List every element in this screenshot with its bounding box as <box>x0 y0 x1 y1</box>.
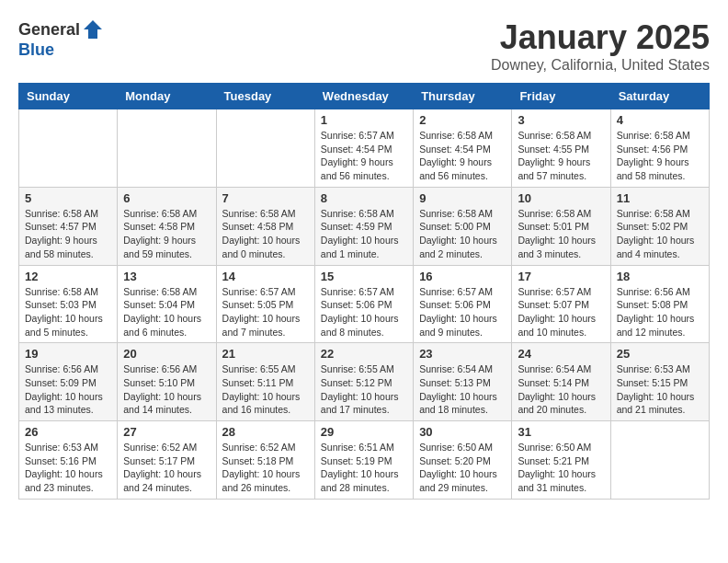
calendar-cell: 10Sunrise: 6:58 AM Sunset: 5:01 PM Dayli… <box>512 187 610 265</box>
day-number: 26 <box>25 425 111 439</box>
day-info: Sunrise: 6:53 AM Sunset: 5:15 PM Dayligh… <box>617 362 703 417</box>
day-info: Sunrise: 6:58 AM Sunset: 5:04 PM Dayligh… <box>123 285 210 339</box>
day-info: Sunrise: 6:58 AM Sunset: 5:00 PM Dayligh… <box>419 207 506 261</box>
calendar-cell: 16Sunrise: 6:57 AM Sunset: 5:06 PM Dayli… <box>414 265 512 343</box>
calendar-table: SundayMondayTuesdayWednesdayThursdayFrid… <box>18 83 710 500</box>
calendar-cell: 13Sunrise: 6:58 AM Sunset: 5:04 PM Dayli… <box>118 265 216 343</box>
day-number: 17 <box>518 270 604 283</box>
day-info: Sunrise: 6:56 AM Sunset: 5:09 PM Dayligh… <box>25 362 111 417</box>
day-info: Sunrise: 6:57 AM Sunset: 5:06 PM Dayligh… <box>321 285 407 339</box>
calendar-cell <box>19 109 118 188</box>
calendar-week-row: 12Sunrise: 6:58 AM Sunset: 5:03 PM Dayli… <box>19 265 710 343</box>
calendar-cell: 12Sunrise: 6:58 AM Sunset: 5:03 PM Dayli… <box>19 265 118 343</box>
weekday-header-thursday: Thursday <box>414 84 512 109</box>
day-info: Sunrise: 6:58 AM Sunset: 4:58 PM Dayligh… <box>222 207 309 261</box>
calendar-cell: 26Sunrise: 6:53 AM Sunset: 5:16 PM Dayli… <box>19 421 118 500</box>
calendar-cell: 27Sunrise: 6:52 AM Sunset: 5:17 PM Dayli… <box>118 421 216 500</box>
calendar-cell: 18Sunrise: 6:56 AM Sunset: 5:08 PM Dayli… <box>610 265 709 343</box>
day-number: 12 <box>25 270 111 283</box>
day-info: Sunrise: 6:54 AM Sunset: 5:13 PM Dayligh… <box>419 362 506 417</box>
day-info: Sunrise: 6:58 AM Sunset: 5:03 PM Dayligh… <box>25 285 111 339</box>
calendar-cell: 2Sunrise: 6:58 AM Sunset: 4:54 PM Daylig… <box>414 109 512 188</box>
calendar-cell: 1Sunrise: 6:57 AM Sunset: 4:54 PM Daylig… <box>314 109 413 188</box>
calendar-week-row: 5Sunrise: 6:58 AM Sunset: 4:57 PM Daylig… <box>19 187 710 265</box>
day-number: 28 <box>222 425 309 439</box>
day-info: Sunrise: 6:58 AM Sunset: 4:58 PM Dayligh… <box>123 207 210 261</box>
calendar-cell: 9Sunrise: 6:58 AM Sunset: 5:00 PM Daylig… <box>414 187 512 265</box>
day-number: 14 <box>222 270 309 283</box>
day-info: Sunrise: 6:58 AM Sunset: 5:02 PM Dayligh… <box>617 207 703 261</box>
day-number: 1 <box>321 113 407 127</box>
day-number: 20 <box>123 347 210 361</box>
calendar-cell: 30Sunrise: 6:50 AM Sunset: 5:20 PM Dayli… <box>414 421 512 500</box>
calendar-cell: 14Sunrise: 6:57 AM Sunset: 5:05 PM Dayli… <box>216 265 314 343</box>
calendar-cell: 28Sunrise: 6:52 AM Sunset: 5:18 PM Dayli… <box>216 421 314 500</box>
weekday-header-monday: Monday <box>118 84 216 109</box>
calendar-cell: 23Sunrise: 6:54 AM Sunset: 5:13 PM Dayli… <box>414 343 512 421</box>
day-number: 29 <box>321 425 407 439</box>
day-info: Sunrise: 6:52 AM Sunset: 5:17 PM Dayligh… <box>123 441 210 495</box>
day-number: 4 <box>617 113 703 127</box>
day-info: Sunrise: 6:57 AM Sunset: 5:07 PM Dayligh… <box>518 285 604 339</box>
day-info: Sunrise: 6:52 AM Sunset: 5:18 PM Dayligh… <box>222 441 309 495</box>
day-number: 15 <box>321 270 407 283</box>
day-info: Sunrise: 6:57 AM Sunset: 5:05 PM Dayligh… <box>222 285 309 339</box>
calendar-cell: 31Sunrise: 6:50 AM Sunset: 5:21 PM Dayli… <box>512 421 610 500</box>
title-section: January 2025 Downey, California, United … <box>491 18 710 74</box>
day-number: 5 <box>25 191 111 205</box>
logo-general-text: General <box>18 20 80 40</box>
calendar-cell <box>118 109 216 188</box>
calendar-cell: 15Sunrise: 6:57 AM Sunset: 5:06 PM Dayli… <box>314 265 413 343</box>
weekday-header-wednesday: Wednesday <box>314 84 413 109</box>
day-number: 25 <box>617 347 703 361</box>
calendar-cell: 3Sunrise: 6:58 AM Sunset: 4:55 PM Daylig… <box>512 109 610 188</box>
calendar-cell <box>610 421 709 500</box>
calendar-cell: 5Sunrise: 6:58 AM Sunset: 4:57 PM Daylig… <box>19 187 118 265</box>
day-info: Sunrise: 6:58 AM Sunset: 4:54 PM Dayligh… <box>419 129 506 183</box>
calendar-cell: 6Sunrise: 6:58 AM Sunset: 4:58 PM Daylig… <box>118 187 216 265</box>
day-number: 31 <box>518 425 604 439</box>
calendar-cell: 7Sunrise: 6:58 AM Sunset: 4:58 PM Daylig… <box>216 187 314 265</box>
month-title: January 2025 <box>491 18 710 57</box>
calendar-cell: 21Sunrise: 6:55 AM Sunset: 5:11 PM Dayli… <box>216 343 314 421</box>
day-info: Sunrise: 6:58 AM Sunset: 4:56 PM Dayligh… <box>617 129 703 183</box>
day-number: 22 <box>321 347 407 361</box>
day-number: 13 <box>123 270 210 283</box>
calendar-cell: 25Sunrise: 6:53 AM Sunset: 5:15 PM Dayli… <box>610 343 709 421</box>
day-number: 3 <box>518 113 604 127</box>
day-info: Sunrise: 6:51 AM Sunset: 5:19 PM Dayligh… <box>321 441 407 495</box>
day-number: 7 <box>222 191 309 205</box>
logo-blue-text: Blue <box>18 40 54 60</box>
day-info: Sunrise: 6:50 AM Sunset: 5:20 PM Dayligh… <box>419 441 506 495</box>
day-info: Sunrise: 6:58 AM Sunset: 5:01 PM Dayligh… <box>518 207 604 261</box>
day-number: 19 <box>25 347 111 361</box>
logo: General Blue <box>18 18 104 60</box>
day-number: 16 <box>419 270 506 283</box>
day-number: 23 <box>419 347 506 361</box>
day-number: 24 <box>518 347 604 361</box>
day-info: Sunrise: 6:54 AM Sunset: 5:14 PM Dayligh… <box>518 362 604 417</box>
logo-icon <box>82 18 104 40</box>
day-number: 11 <box>617 191 703 205</box>
location-text: Downey, California, United States <box>491 57 710 74</box>
day-info: Sunrise: 6:57 AM Sunset: 5:06 PM Dayligh… <box>419 285 506 339</box>
day-number: 21 <box>222 347 309 361</box>
day-number: 2 <box>419 113 506 127</box>
weekday-header-friday: Friday <box>512 84 610 109</box>
calendar-cell: 4Sunrise: 6:58 AM Sunset: 4:56 PM Daylig… <box>610 109 709 188</box>
day-number: 9 <box>419 191 506 205</box>
day-info: Sunrise: 6:50 AM Sunset: 5:21 PM Dayligh… <box>518 441 604 495</box>
day-info: Sunrise: 6:53 AM Sunset: 5:16 PM Dayligh… <box>25 441 111 495</box>
day-info: Sunrise: 6:55 AM Sunset: 5:11 PM Dayligh… <box>222 362 309 417</box>
calendar-cell: 22Sunrise: 6:55 AM Sunset: 5:12 PM Dayli… <box>314 343 413 421</box>
weekday-header-row: SundayMondayTuesdayWednesdayThursdayFrid… <box>19 84 710 109</box>
day-info: Sunrise: 6:57 AM Sunset: 4:54 PM Dayligh… <box>321 129 407 183</box>
calendar-week-row: 1Sunrise: 6:57 AM Sunset: 4:54 PM Daylig… <box>19 109 710 188</box>
day-number: 10 <box>518 191 604 205</box>
day-number: 27 <box>123 425 210 439</box>
day-number: 8 <box>321 191 407 205</box>
calendar-week-row: 19Sunrise: 6:56 AM Sunset: 5:09 PM Dayli… <box>19 343 710 421</box>
svg-marker-0 <box>84 20 102 39</box>
day-info: Sunrise: 6:58 AM Sunset: 4:57 PM Dayligh… <box>25 207 111 261</box>
calendar-cell: 11Sunrise: 6:58 AM Sunset: 5:02 PM Dayli… <box>610 187 709 265</box>
